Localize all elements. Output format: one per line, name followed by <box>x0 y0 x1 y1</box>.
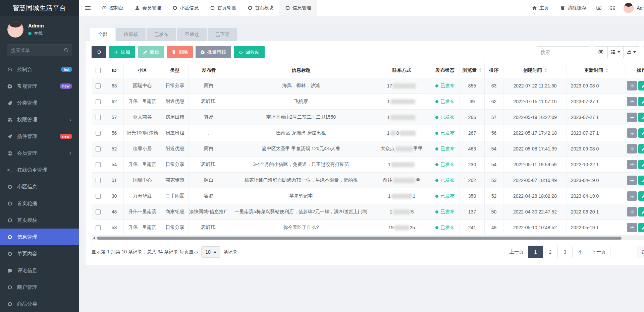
topnav-item-0[interactable]: 控制台 <box>96 0 129 16</box>
recycle-button[interactable]: 回收站 <box>234 46 265 58</box>
cell-publisher: 阿白 <box>189 141 229 157</box>
row-checkbox[interactable] <box>96 178 101 183</box>
topnav-item-3[interactable]: 首页轮播 <box>204 0 242 16</box>
row-checkbox[interactable] <box>96 99 101 104</box>
edit-row-button[interactable] <box>638 160 644 169</box>
tab-3[interactable]: 不通过 <box>177 28 207 41</box>
move-row-button[interactable] <box>627 97 637 106</box>
export-button[interactable] <box>624 46 639 58</box>
page-size-select[interactable]: 10 <box>201 246 220 258</box>
scroll-left-arrow[interactable] <box>92 236 96 240</box>
column-header-created[interactable]: 创建时间 <box>503 63 567 78</box>
row-checkbox[interactable] <box>96 194 101 199</box>
table-row: 53升伟一里南滨日常分享霁昕珏.你今天吃了什么?1925已发布241492022… <box>92 220 644 236</box>
sidebar-item-14[interactable]: 商品分类 <box>0 296 79 312</box>
table-search-input[interactable] <box>537 46 590 58</box>
page-button-1[interactable]: 1 <box>528 246 543 258</box>
sidebar-item-8[interactable]: 首页轮播 <box>0 195 79 212</box>
cell-ops <box>626 188 644 204</box>
select-all-checkbox[interactable] <box>96 68 101 73</box>
edit-button[interactable]: 编辑 <box>138 46 164 58</box>
column-header-views[interactable]: 浏览量 <box>460 63 485 78</box>
home-link[interactable]: 主页 <box>526 0 554 16</box>
page-button-2[interactable]: 2 <box>543 246 558 258</box>
topnav-item-5[interactable]: 信息管理 <box>279 0 317 16</box>
cell-publisher: 霁昕珏. <box>189 157 229 173</box>
move-row-button[interactable] <box>627 176 637 185</box>
topnav-item-4[interactable]: 首页模块 <box>242 0 279 16</box>
row-checkbox[interactable] <box>96 83 101 88</box>
column-header-updated[interactable]: 更新时间 <box>567 63 626 78</box>
hamburger-menu-button[interactable] <box>79 0 96 16</box>
tab-4[interactable]: 已下架 <box>208 28 237 41</box>
edit-row-button[interactable] <box>638 144 644 153</box>
page-button-4[interactable]: 4 <box>572 246 587 258</box>
move-row-button[interactable] <box>627 81 637 90</box>
sidebar-item-3[interactable]: 权限管理 <box>0 111 79 128</box>
language-button[interactable] <box>592 0 606 16</box>
detail-view-button[interactable] <box>594 46 608 58</box>
row-checkbox[interactable] <box>96 162 101 167</box>
jump-button[interactable]: 跳转 <box>637 246 644 258</box>
delete-button[interactable]: 删除 <box>167 46 193 58</box>
sidebar-item-10[interactable]: 信息管理 <box>0 229 79 245</box>
sidebar-item-5[interactable]: 会员管理 <box>0 145 79 162</box>
fullscreen-button[interactable] <box>606 0 620 16</box>
sidebar-item-2[interactable]: 分类管理 <box>0 95 79 111</box>
sidebar-item-13[interactable]: 商户管理 <box>0 279 79 296</box>
pencil-icon <box>143 50 147 54</box>
prev-page-button[interactable]: 上一页 <box>505 246 528 258</box>
avatar[interactable] <box>7 21 23 38</box>
row-checkbox[interactable] <box>96 115 101 120</box>
sidebar-search-input[interactable] <box>7 44 72 56</box>
move-row-button[interactable] <box>627 113 637 122</box>
status-label: 已发布 <box>440 114 454 120</box>
page-button-3[interactable]: 3 <box>557 246 573 258</box>
row-checkbox[interactable] <box>96 146 101 151</box>
tab-2[interactable]: 已发布 <box>147 28 176 41</box>
edit-row-button[interactable] <box>638 81 644 90</box>
add-button[interactable]: 添加 <box>109 46 135 58</box>
status-label: 已发布 <box>440 209 454 215</box>
move-row-button[interactable] <box>627 191 637 201</box>
view-controls <box>594 46 639 58</box>
edit-row-button[interactable] <box>638 97 644 106</box>
sidebar-item-0[interactable]: 控制台hot <box>0 61 79 78</box>
row-checkbox[interactable] <box>96 131 101 136</box>
edit-row-button[interactable] <box>638 223 644 232</box>
edit-row-button[interactable] <box>638 191 644 201</box>
sidebar-item-11[interactable]: 单页内容 <box>0 245 79 262</box>
columns-button[interactable] <box>608 46 624 58</box>
move-row-button[interactable] <box>627 128 637 138</box>
refresh-button[interactable] <box>92 46 106 58</box>
jump-page-input[interactable] <box>616 246 634 258</box>
tab-1[interactable]: 待审核 <box>116 28 146 41</box>
edit-row-button[interactable] <box>638 176 644 185</box>
sidebar-item-7[interactable]: 小区信息 <box>0 178 79 195</box>
move-row-button[interactable] <box>627 144 637 153</box>
row-checkbox[interactable] <box>96 209 101 214</box>
sidebar-item-1[interactable]: 常规管理new <box>0 78 79 95</box>
sidebar-item-4[interactable]: 插件管理new <box>0 128 79 145</box>
cell-title: 杨家坪蚝门海鲜自助烤肉79一位，生蚝不限量，肥的很 <box>229 173 373 188</box>
user-menu[interactable]: Admin <box>620 0 644 16</box>
sidebar-item-12[interactable]: 评论信息 <box>0 262 79 279</box>
clear-cache-button[interactable]: 清除缓存 <box>554 0 592 16</box>
cell-ops <box>626 78 644 94</box>
next-page-button[interactable]: 下一页 <box>587 246 610 258</box>
move-row-button[interactable] <box>627 223 637 232</box>
edit-row-button[interactable] <box>638 207 644 216</box>
edit-row-button[interactable] <box>638 113 644 122</box>
move-row-button[interactable] <box>627 160 637 169</box>
topnav-item-2[interactable]: 小区信息 <box>167 0 204 16</box>
edit-row-button[interactable] <box>638 128 644 138</box>
sidebar-item-6[interactable]: >_在线命令管理 <box>0 162 79 178</box>
move-row-button[interactable] <box>627 207 637 216</box>
row-checkbox[interactable] <box>96 225 101 230</box>
scrollbar-thumb[interactable] <box>97 237 622 240</box>
sidebar-item-9[interactable]: 首页模块 <box>0 212 79 229</box>
tab-0[interactable]: 全部 <box>90 28 115 41</box>
topnav-item-1[interactable]: 会员管理 <box>129 0 167 16</box>
batch-audit-button[interactable]: 批量审核 <box>196 46 231 58</box>
search-submit-button[interactable] <box>643 46 644 58</box>
